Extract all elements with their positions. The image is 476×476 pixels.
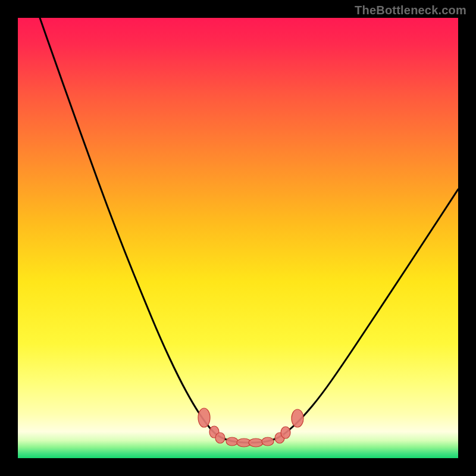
curve-marker bbox=[226, 437, 238, 446]
curve-marker bbox=[292, 409, 303, 427]
curve-marker bbox=[281, 427, 290, 439]
chart-frame: TheBottleneck.com bbox=[0, 0, 476, 476]
bottleneck-curve bbox=[18, 18, 458, 458]
plot-area bbox=[18, 18, 458, 458]
curve-marker bbox=[215, 433, 225, 443]
curve-marker bbox=[262, 437, 274, 446]
curve-marker bbox=[249, 439, 263, 447]
attribution-text: TheBottleneck.com bbox=[355, 4, 466, 17]
curve-marker bbox=[198, 408, 210, 427]
curve-path bbox=[40, 18, 458, 443]
